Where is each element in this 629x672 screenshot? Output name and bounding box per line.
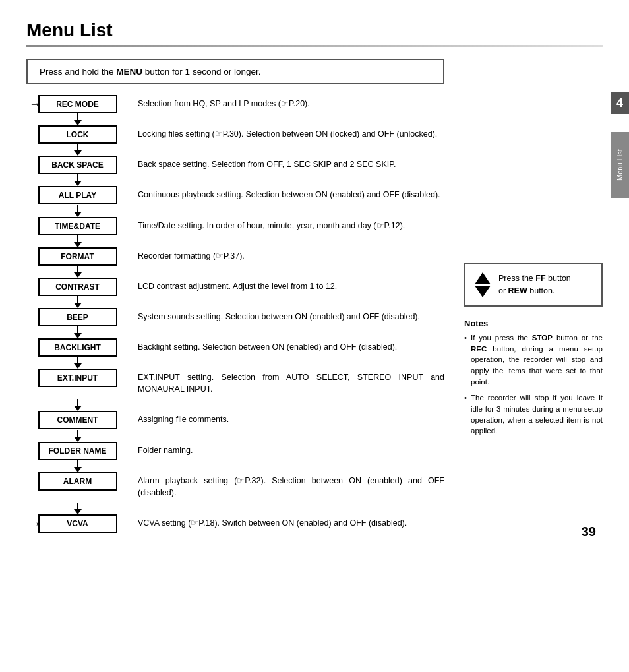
note-item-1: The recorder will stop if you leave it i… (464, 392, 603, 437)
menu-row-format: FORMATRecorder formatting (☞P.37). (26, 247, 444, 266)
menu-connector-10 (26, 399, 444, 411)
menu-connector-5 (26, 235, 444, 247)
menu-connector-12 (26, 460, 444, 472)
ff-arrow-down-icon (475, 286, 491, 297)
notes-list: If you press the STOP button or the REC … (464, 332, 603, 437)
menu-desc-folder-name: Folder naming. (129, 442, 444, 460)
menu-row-all-play: ALL PLAYContinuous playback setting. Sel… (26, 186, 444, 204)
menu-row-alarm: ALARMAlarm playback setting (☞P.32). Sel… (26, 472, 444, 503)
menu-row-contrast: CONTRASTLCD contrast adjustment. Adjust … (26, 278, 444, 296)
menu-item-contrast: CONTRAST (38, 278, 117, 296)
menu-row-comment: COMMENTAssigning file comments. (26, 411, 444, 429)
menu-connector-3 (26, 174, 444, 186)
ff-arrow-up-icon (475, 272, 491, 284)
menu-row-ext-input: EXT.INPUTEXT.INPUT setting. Selection fr… (26, 369, 444, 399)
menu-row-time-date: TIME&DATETime/Date setting. In order of … (26, 217, 444, 235)
menu-item-folder-name: FOLDER NAME (38, 442, 117, 460)
menu-desc-time-date: Time/Date setting. In order of hour, min… (129, 217, 444, 235)
menu-connector-11 (26, 430, 444, 442)
notes-section: Notes If you press the STOP button or th… (464, 319, 603, 442)
title-rule (26, 45, 603, 47)
menu-desc-vcva: VCVA setting (☞P.18). Switch between ON … (129, 514, 444, 533)
menu-connector-6 (26, 266, 444, 278)
menu-desc-all-play: Continuous playback setting. Selection b… (129, 186, 444, 204)
menu-item-vcva: VCVA (38, 514, 117, 533)
instruction-text-before: Press and hold the (40, 67, 116, 76)
menu-item-back-space: BACK SPACE (38, 156, 117, 174)
menu-desc-back-space: Back space setting. Selection from OFF, … (129, 156, 444, 174)
menu-desc-lock: Locking files setting (☞P.30). Selection… (129, 125, 444, 144)
menu-item-lock: LOCK (38, 125, 117, 144)
menu-desc-comment: Assigning file comments. (129, 411, 444, 429)
ff-rew-text: Press the FF buttonor REW button. (498, 272, 571, 297)
menu-row-lock: LOCKLocking files setting (☞P.30). Selec… (26, 125, 444, 144)
notes-title: Notes (464, 319, 603, 328)
menu-desc-backlight: Backlight setting. Selection between ON … (129, 338, 444, 357)
menu-row-vcva: →VCVAVCVA setting (☞P.18). Switch betwee… (26, 514, 444, 533)
menu-row-rec-mode: →REC MODESelection from HQ, SP and LP mo… (26, 95, 444, 113)
menu-item-beep: BEEP (38, 308, 117, 326)
page-title: Menu List (26, 20, 603, 41)
menu-item-backlight: BACKLIGHT (38, 338, 117, 357)
menu-connector-2 (26, 144, 444, 156)
right-section: Press the FF buttonor REW button. Notes … (458, 59, 603, 533)
menu-desc-format: Recorder formatting (☞P.37). (129, 247, 444, 266)
menu-desc-ext-input: EXT.INPUT setting. Selection from AUTO S… (129, 369, 444, 399)
ff-label: FF (535, 274, 545, 283)
menu-desc-alarm: Alarm playback setting (☞P.32). Selectio… (129, 472, 444, 503)
menu-flow: →REC MODESelection from HQ, SP and LP mo… (26, 95, 444, 533)
menu-connector-8 (26, 326, 444, 338)
menu-item-format: FORMAT (38, 247, 117, 266)
left-section: Press and hold the MENU button for 1 sec… (26, 59, 458, 533)
menu-item-ext-input: EXT.INPUT (38, 369, 117, 387)
menu-item-alarm: ALARM (38, 472, 117, 491)
menu-row-folder-name: FOLDER NAMEFolder naming. (26, 442, 444, 460)
menu-row-backlight: BACKLIGHTBacklight setting. Selection be… (26, 338, 444, 357)
menu-connector-4 (26, 205, 444, 217)
page-number: 39 (582, 524, 596, 539)
instruction-box: Press and hold the MENU button for 1 sec… (26, 59, 444, 84)
menu-desc-beep: System sounds setting. Selection between… (129, 308, 444, 326)
menu-desc-rec-mode: Selection from HQ, SP and LP modes (☞P.2… (129, 95, 444, 113)
rew-label: REW (508, 286, 527, 295)
menu-connector-13 (26, 503, 444, 514)
menu-item-time-date: TIME&DATE (38, 217, 117, 235)
menu-item-comment: COMMENT (38, 411, 117, 429)
menu-desc-contrast: LCD contrast adjustment. Adjust the leve… (129, 278, 444, 296)
menu-item-all-play: ALL PLAY (38, 186, 117, 204)
menu-row-back-space: BACK SPACEBack space setting. Selection … (26, 156, 444, 174)
instruction-text-after: button for 1 second or longer. (142, 67, 260, 76)
menu-row-beep: BEEPSystem sounds setting. Selection bet… (26, 308, 444, 326)
ff-rew-arrows (475, 272, 491, 297)
menu-bold: MENU (116, 67, 142, 76)
menu-connector-9 (26, 357, 444, 369)
menu-item-rec-mode: REC MODE (38, 95, 117, 113)
ff-rew-box: Press the FF buttonor REW button. (464, 263, 603, 307)
note-item-0: If you press the STOP button or the REC … (464, 332, 603, 387)
chapter-number: 4 (611, 92, 629, 114)
side-label: Menu List (611, 132, 629, 198)
menu-connector-1 (26, 113, 444, 125)
menu-connector-7 (26, 296, 444, 308)
